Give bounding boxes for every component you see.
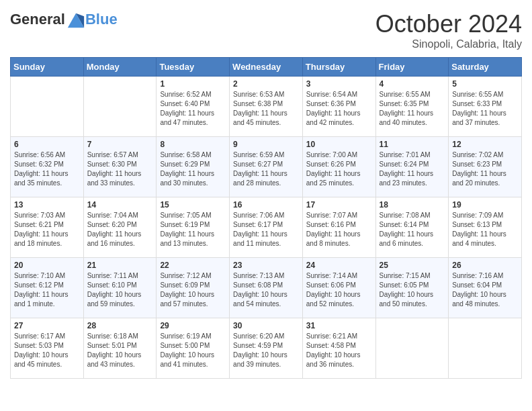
calendar-cell: 27Sunrise: 6:17 AM Sunset: 5:03 PM Dayli…: [11, 318, 84, 379]
day-number: 11: [380, 140, 445, 149]
month-title: October 2024: [375, 10, 522, 38]
calendar-cell: 28Sunrise: 6:18 AM Sunset: 5:01 PM Dayli…: [83, 318, 157, 379]
day-info: Sunrise: 7:06 AM Sunset: 6:17 PM Dayligh…: [233, 211, 299, 248]
calendar-cell: 20Sunrise: 7:10 AM Sunset: 6:12 PM Dayli…: [11, 258, 84, 318]
logo: General Blue: [10, 10, 118, 29]
day-number: 5: [452, 79, 518, 89]
day-number: 17: [306, 200, 372, 210]
weekday-header-tuesday: Tuesday: [157, 58, 230, 77]
day-number: 4: [380, 79, 445, 89]
calendar-cell: 25Sunrise: 7:15 AM Sunset: 6:05 PM Dayli…: [375, 258, 449, 318]
calendar-cell: 22Sunrise: 7:12 AM Sunset: 6:09 PM Dayli…: [157, 258, 230, 318]
location-subtitle: Sinopoli, Calabria, Italy: [375, 38, 522, 50]
day-info: Sunrise: 7:15 AM Sunset: 6:05 PM Dayligh…: [380, 271, 445, 309]
calendar-cell: [83, 77, 157, 137]
calendar-table: SundayMondayTuesdayWednesdayThursdayFrid…: [10, 57, 522, 379]
day-info: Sunrise: 6:57 AM Sunset: 6:30 PM Dayligh…: [87, 150, 153, 188]
day-number: 24: [306, 261, 372, 270]
day-info: Sunrise: 7:01 AM Sunset: 6:24 PM Dayligh…: [380, 150, 445, 188]
calendar-cell: 8Sunrise: 6:58 AM Sunset: 6:29 PM Daylig…: [157, 137, 230, 197]
day-info: Sunrise: 7:00 AM Sunset: 6:26 PM Dayligh…: [306, 150, 372, 188]
day-info: Sunrise: 7:03 AM Sunset: 6:21 PM Dayligh…: [14, 211, 80, 248]
calendar-cell: 21Sunrise: 7:11 AM Sunset: 6:10 PM Dayli…: [83, 258, 157, 318]
day-number: 9: [233, 140, 299, 149]
calendar-cell: 19Sunrise: 7:09 AM Sunset: 6:13 PM Dayli…: [449, 197, 522, 258]
day-number: 16: [233, 200, 299, 210]
calendar-cell: 6Sunrise: 6:56 AM Sunset: 6:32 PM Daylig…: [11, 137, 84, 197]
weekday-header-row: SundayMondayTuesdayWednesdayThursdayFrid…: [11, 58, 522, 77]
day-info: Sunrise: 7:13 AM Sunset: 6:08 PM Dayligh…: [233, 271, 299, 309]
day-info: Sunrise: 7:16 AM Sunset: 6:04 PM Dayligh…: [452, 271, 518, 309]
calendar-week-row: 13Sunrise: 7:03 AM Sunset: 6:21 PM Dayli…: [11, 197, 522, 258]
calendar-week-row: 20Sunrise: 7:10 AM Sunset: 6:12 PM Dayli…: [11, 258, 522, 318]
day-info: Sunrise: 6:21 AM Sunset: 4:58 PM Dayligh…: [306, 332, 372, 369]
day-info: Sunrise: 6:55 AM Sunset: 6:33 PM Dayligh…: [452, 90, 518, 128]
calendar-week-row: 27Sunrise: 6:17 AM Sunset: 5:03 PM Dayli…: [11, 318, 522, 379]
calendar-cell: [11, 77, 84, 137]
title-area: October 2024 Sinopoli, Calabria, Italy: [375, 10, 522, 50]
calendar-cell: 1Sunrise: 6:52 AM Sunset: 6:40 PM Daylig…: [157, 77, 230, 137]
calendar-cell: 29Sunrise: 6:19 AM Sunset: 5:00 PM Dayli…: [157, 318, 230, 379]
day-info: Sunrise: 6:56 AM Sunset: 6:32 PM Dayligh…: [14, 150, 80, 188]
calendar-cell: 2Sunrise: 6:53 AM Sunset: 6:38 PM Daylig…: [230, 77, 303, 137]
day-info: Sunrise: 6:19 AM Sunset: 5:00 PM Dayligh…: [160, 332, 226, 369]
day-number: 30: [233, 321, 299, 330]
calendar-cell: 10Sunrise: 7:00 AM Sunset: 6:26 PM Dayli…: [302, 137, 375, 197]
day-number: 15: [160, 200, 226, 210]
day-number: 23: [233, 261, 299, 270]
weekday-header-sunday: Sunday: [11, 58, 84, 77]
calendar-cell: 14Sunrise: 7:04 AM Sunset: 6:20 PM Dayli…: [83, 197, 157, 258]
weekday-header-wednesday: Wednesday: [230, 58, 303, 77]
day-info: Sunrise: 7:09 AM Sunset: 6:13 PM Dayligh…: [452, 211, 518, 248]
day-number: 31: [306, 321, 372, 330]
day-info: Sunrise: 7:10 AM Sunset: 6:12 PM Dayligh…: [14, 271, 80, 309]
weekday-header-friday: Friday: [375, 58, 449, 77]
day-info: Sunrise: 7:08 AM Sunset: 6:14 PM Dayligh…: [380, 211, 445, 248]
calendar-cell: 18Sunrise: 7:08 AM Sunset: 6:14 PM Dayli…: [375, 197, 449, 258]
day-info: Sunrise: 7:12 AM Sunset: 6:09 PM Dayligh…: [160, 271, 226, 309]
calendar-cell: 15Sunrise: 7:05 AM Sunset: 6:19 PM Dayli…: [157, 197, 230, 258]
calendar-cell: [449, 318, 522, 379]
day-info: Sunrise: 6:58 AM Sunset: 6:29 PM Dayligh…: [160, 150, 226, 188]
day-info: Sunrise: 6:18 AM Sunset: 5:01 PM Dayligh…: [87, 332, 153, 369]
calendar-cell: [375, 318, 449, 379]
day-number: 8: [160, 140, 226, 149]
day-number: 28: [87, 321, 153, 330]
calendar-cell: 4Sunrise: 6:55 AM Sunset: 6:35 PM Daylig…: [375, 77, 449, 137]
day-number: 2: [233, 79, 299, 89]
logo-icon: [66, 10, 85, 29]
day-number: 22: [160, 261, 226, 270]
day-info: Sunrise: 7:02 AM Sunset: 6:23 PM Dayligh…: [452, 150, 518, 188]
day-info: Sunrise: 6:20 AM Sunset: 4:59 PM Dayligh…: [233, 332, 299, 369]
logo-blue: Blue: [85, 11, 118, 28]
calendar-week-row: 1Sunrise: 6:52 AM Sunset: 6:40 PM Daylig…: [11, 77, 522, 137]
day-number: 7: [87, 140, 153, 149]
day-info: Sunrise: 7:04 AM Sunset: 6:20 PM Dayligh…: [87, 211, 153, 248]
day-info: Sunrise: 6:59 AM Sunset: 6:27 PM Dayligh…: [233, 150, 299, 188]
day-number: 29: [160, 321, 226, 330]
calendar-cell: 7Sunrise: 6:57 AM Sunset: 6:30 PM Daylig…: [83, 137, 157, 197]
calendar-cell: 17Sunrise: 7:07 AM Sunset: 6:16 PM Dayli…: [302, 197, 375, 258]
calendar-cell: 11Sunrise: 7:01 AM Sunset: 6:24 PM Dayli…: [375, 137, 449, 197]
day-info: Sunrise: 7:07 AM Sunset: 6:16 PM Dayligh…: [306, 211, 372, 248]
day-number: 20: [14, 261, 80, 270]
calendar-cell: 9Sunrise: 6:59 AM Sunset: 6:27 PM Daylig…: [230, 137, 303, 197]
day-info: Sunrise: 7:14 AM Sunset: 6:06 PM Dayligh…: [306, 271, 372, 309]
day-number: 1: [160, 79, 226, 89]
calendar-cell: 26Sunrise: 7:16 AM Sunset: 6:04 PM Dayli…: [449, 258, 522, 318]
calendar-week-row: 6Sunrise: 6:56 AM Sunset: 6:32 PM Daylig…: [11, 137, 522, 197]
day-info: Sunrise: 6:54 AM Sunset: 6:36 PM Dayligh…: [306, 90, 372, 128]
calendar-cell: 3Sunrise: 6:54 AM Sunset: 6:36 PM Daylig…: [302, 77, 375, 137]
day-info: Sunrise: 6:52 AM Sunset: 6:40 PM Dayligh…: [160, 90, 226, 128]
day-info: Sunrise: 7:11 AM Sunset: 6:10 PM Dayligh…: [87, 271, 153, 309]
day-info: Sunrise: 6:55 AM Sunset: 6:35 PM Dayligh…: [380, 90, 445, 128]
day-number: 27: [14, 321, 80, 330]
day-number: 13: [14, 200, 80, 210]
day-info: Sunrise: 6:53 AM Sunset: 6:38 PM Dayligh…: [233, 90, 299, 128]
weekday-header-saturday: Saturday: [449, 58, 522, 77]
day-info: Sunrise: 6:17 AM Sunset: 5:03 PM Dayligh…: [14, 332, 80, 369]
day-number: 12: [452, 140, 518, 149]
day-number: 3: [306, 79, 372, 89]
calendar-cell: 12Sunrise: 7:02 AM Sunset: 6:23 PM Dayli…: [449, 137, 522, 197]
calendar-cell: 23Sunrise: 7:13 AM Sunset: 6:08 PM Dayli…: [230, 258, 303, 318]
